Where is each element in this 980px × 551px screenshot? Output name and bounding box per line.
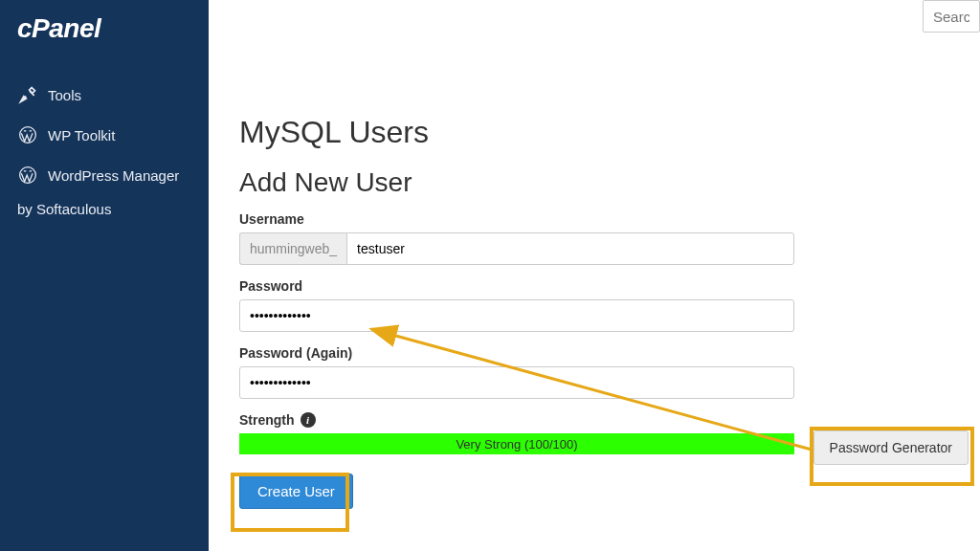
sidebar-subtext: by Softaculous	[17, 195, 209, 217]
create-user-button[interactable]: Create User	[239, 474, 353, 509]
sidebar-item-tools[interactable]: Tools	[17, 75, 209, 115]
username-label: Username	[239, 211, 957, 227]
search-input[interactable]	[923, 0, 980, 33]
topbar	[209, 0, 980, 33]
logo: cPanel	[17, 13, 209, 44]
strength-label: Strength	[239, 412, 295, 428]
wordpress-icon	[17, 124, 38, 145]
strength-row: Strength i	[239, 412, 957, 428]
info-icon[interactable]: i	[301, 412, 316, 428]
password-input[interactable]	[239, 299, 794, 332]
password-generator-wrap: Password Generator	[813, 430, 969, 465]
sidebar-item-label: Tools	[48, 87, 81, 103]
sidebar-item-label: WordPress Manager	[48, 167, 179, 184]
sidebar-item-label: WP Toolkit	[48, 127, 115, 143]
wordpress-icon	[17, 165, 38, 186]
username-group: hummingweb_	[239, 232, 794, 265]
section-title: Add New User	[239, 167, 957, 198]
sidebar: cPanel Tools WP Toolkit WordPress Manage…	[0, 0, 209, 551]
username-prefix: hummingweb_	[239, 232, 346, 265]
sidebar-item-wp-toolkit[interactable]: WP Toolkit	[17, 115, 209, 155]
tools-icon	[17, 84, 38, 105]
password-generator-button[interactable]: Password Generator	[813, 430, 969, 465]
password-again-label: Password (Again)	[239, 345, 957, 361]
sidebar-item-wp-manager[interactable]: WordPress Manager	[17, 155, 209, 195]
password-label: Password	[239, 278, 957, 294]
strength-bar: Very Strong (100/100)	[239, 433, 794, 454]
password-again-input[interactable]	[239, 366, 794, 399]
username-input[interactable]	[346, 232, 794, 265]
page-title: MySQL Users	[239, 115, 957, 150]
